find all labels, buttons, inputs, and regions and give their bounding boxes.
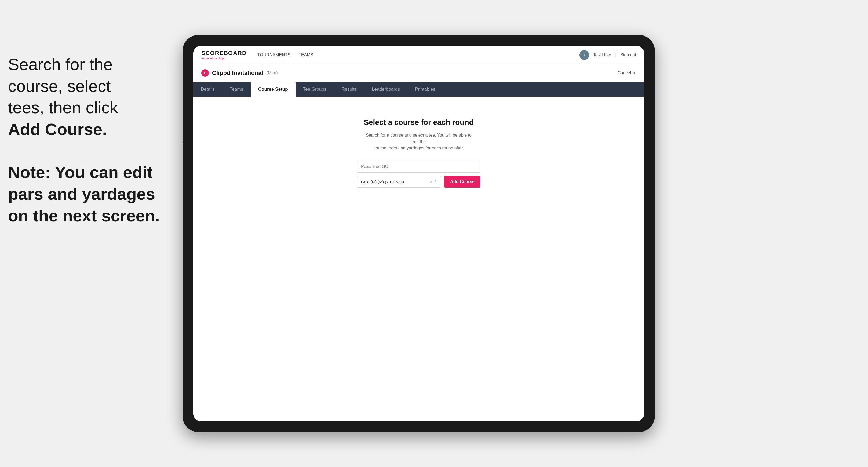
tournament-title-row: C Clippd Invitational (Men) <box>201 69 278 77</box>
logo-subtitle: Powered by clippd <box>201 57 247 60</box>
clear-icon[interactable]: × <box>430 180 432 184</box>
section-title: Select a course for each round <box>364 118 473 127</box>
annotation-main-text: Search for the course, select tees, then… <box>8 54 175 140</box>
course-search-input[interactable]: Peachtree GC <box>357 161 480 173</box>
tee-select-container[interactable]: Gold (M) (M) (7010 yds) × ⌃ <box>357 176 441 188</box>
clippd-icon: C <box>201 69 209 77</box>
tab-leaderboards[interactable]: Leaderboards <box>364 82 407 97</box>
tournament-gender: (Men) <box>267 70 278 75</box>
user-name: Test User <box>593 53 612 57</box>
logo-title: SCOREBOARD <box>201 50 247 56</box>
cancel-button[interactable]: Cancel ✕ <box>618 70 636 76</box>
tab-bar: Details Teams Course Setup Tee Groups Re… <box>193 82 644 97</box>
nav-link-tournaments[interactable]: TOURNAMENTS <box>257 51 290 59</box>
tee-select-row: Gold (M) (M) (7010 yds) × ⌃ Add Course <box>357 176 480 188</box>
user-avatar: T <box>580 50 589 60</box>
tab-teams[interactable]: Teams <box>222 82 251 97</box>
chevron-icon[interactable]: ⌃ <box>434 180 437 184</box>
nav-separator: | <box>615 53 616 57</box>
sign-out-link[interactable]: Sign out <box>620 53 636 57</box>
tablet-screen: SCOREBOARD Powered by clippd TOURNAMENTS… <box>193 45 644 422</box>
tab-tee-groups[interactable]: Tee Groups <box>296 82 334 97</box>
tab-course-setup[interactable]: Course Setup <box>251 82 296 97</box>
tournament-header: C Clippd Invitational (Men) Cancel ✕ <box>193 64 644 82</box>
tablet-device: SCOREBOARD Powered by clippd TOURNAMENTS… <box>183 35 655 432</box>
logo-area: SCOREBOARD Powered by clippd <box>201 50 247 60</box>
nav-left: SCOREBOARD Powered by clippd TOURNAMENTS… <box>201 50 313 60</box>
main-content: Select a course for each round Search fo… <box>193 97 644 422</box>
nav-link-teams[interactable]: TEAMS <box>299 51 313 59</box>
section-description: Search for a course and select a tee. Yo… <box>365 132 472 151</box>
nav-links: TOURNAMENTS TEAMS <box>257 51 313 59</box>
nav-bar: SCOREBOARD Powered by clippd TOURNAMENTS… <box>193 45 644 64</box>
tournament-name: Clippd Invitational <box>212 69 263 76</box>
tee-select-controls: × ⌃ <box>430 180 437 184</box>
nav-right: T Test User | Sign out <box>580 50 636 60</box>
tab-printables[interactable]: Printables <box>407 82 443 97</box>
annotation-area: Search for the course, select tees, then… <box>8 54 175 226</box>
tee-select-text: Gold (M) (M) (7010 yds) <box>361 180 404 184</box>
add-course-button[interactable]: Add Course <box>444 176 480 188</box>
tab-results[interactable]: Results <box>334 82 364 97</box>
tab-details[interactable]: Details <box>193 82 222 97</box>
annotation-note: Note: You can edit pars and yardages on … <box>8 162 175 226</box>
